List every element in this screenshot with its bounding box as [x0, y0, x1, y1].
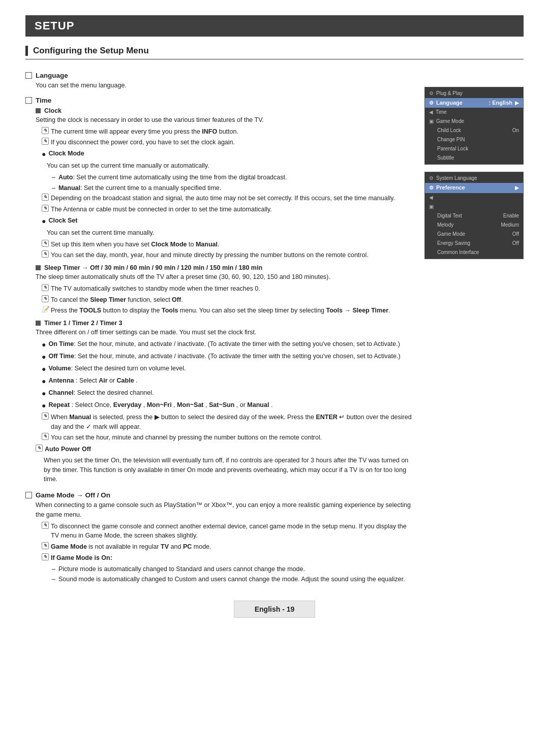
note-icon-2: ✎ [42, 138, 49, 145]
box-icon-1: ▣ [429, 118, 434, 125]
language-desc: You can set the menu language. [36, 81, 414, 90]
menu-row-language[interactable]: ⚙ Language : English ▶ [425, 98, 523, 108]
game-mode-note2: ✎ Game Mode is not available in regular … [42, 542, 414, 552]
menu-row-plug-play: ⚙ Plug & Play [425, 89, 523, 98]
game-mode-dash1: – Picture mode is automatically changed … [52, 564, 414, 574]
menu-row-game-mode-1[interactable]: ▣ Game Mode [425, 117, 523, 126]
menu-row-common-interface: Common Interface [425, 248, 523, 257]
gear-icon-3: ⚙ [429, 175, 434, 182]
footer-page-number: English - 19 [234, 601, 315, 618]
note-icon-4: ✎ [42, 205, 49, 212]
menu-row-subtitle: Subtitle [425, 153, 523, 163]
menu-row-digital-text: Digital Text Enable [425, 211, 523, 220]
sleep-timer-note1: ✎ The TV automatically switches to stand… [42, 284, 414, 294]
content-column: Language You can set the menu language. … [25, 67, 414, 585]
menu-box-1: ⚙ Plug & Play ⚙ Language : English ▶ ◀ T… [424, 87, 524, 165]
timer-ant-row: ● Antenna : Select Air or Cable . [42, 376, 414, 387]
game-mode-desc: When connecting to a game console such a… [36, 500, 414, 520]
sleep-timer-heading: Sleep Timer → Off / 30 min / 60 min / 90… [36, 264, 414, 271]
note-icon-3: ✎ [42, 194, 49, 201]
sleep-timer-note3: 📝 Press the TOOLS button to display the … [42, 306, 414, 316]
black-square-sleep [36, 265, 41, 270]
note-icon-9: 📝 [42, 306, 49, 313]
menu-row-energy-saving: Energy Saving Off [425, 239, 523, 248]
timer-repeat-row: ● Repeat : Select Once, Everyday , Mon~F… [42, 400, 414, 411]
timer-num-note: ✎ You can set the hour, minute and chann… [42, 433, 414, 443]
sleep-timer-desc: The sleep timer automatically shuts off … [36, 272, 414, 282]
checkbox-icon-time [25, 97, 32, 104]
language-heading: Language [25, 72, 414, 79]
arrow-right-icon-2: ▶ [515, 184, 519, 192]
menu-row-pref-box: ▣ [425, 202, 523, 211]
menu-row-parental-lock: Parental Lock [425, 144, 523, 153]
arrow-left-icon-1: ◀ [429, 109, 433, 116]
clock-manual-row: – Manual: Set the current time to a manu… [52, 183, 414, 193]
page-title: SETUP [25, 15, 524, 37]
timer-ch-row: ● Channel: Select the desired channel. [42, 388, 414, 399]
section-title-bar [25, 46, 28, 56]
menu-row-change-pin: Change PIN [425, 135, 523, 144]
box-icon-2: ▣ [429, 203, 434, 210]
timer-on-row: ● On Time: Set the hour, minute, and act… [42, 339, 414, 350]
note-icon-1: ✎ [42, 127, 49, 134]
black-square-clock [36, 108, 41, 113]
clock-auto-row: – Auto: Set the current time automatical… [52, 173, 414, 182]
menu-row-child-lock: Child Lock On [425, 126, 523, 135]
note-icon-7: ✎ [42, 284, 49, 291]
clock-set-note1: ✎ Set up this item when you have set Clo… [42, 240, 414, 249]
game-mode-note1: ✎ To disconnect the game console and con… [42, 522, 414, 541]
timer-heading: Timer 1 / Timer 2 / Timer 3 [36, 320, 414, 327]
menu-row-system-lang: ⚙ System Language [425, 174, 523, 183]
main-layout: Language You can set the menu language. … [25, 67, 524, 585]
section-title: Configuring the Setup Menu [25, 46, 524, 59]
clock-note1: ✎ The current time will appear every tim… [42, 127, 414, 137]
menu-row-preference[interactable]: ⚙ Preference ▶ [425, 183, 523, 193]
note-icon-8: ✎ [42, 295, 49, 302]
clock-set-note2: ✎ You can set the day, month, year, hour… [42, 250, 414, 260]
note-icon-13: ✎ [42, 522, 49, 529]
game-mode-dash2: – Sound mode is automatically changed to… [52, 575, 414, 584]
note-icon-14: ✎ [42, 542, 49, 549]
clock-set-desc: You can set the current time manually. [47, 228, 414, 238]
menu-row-pref-arrow: ◀ [425, 193, 523, 202]
auto-power-off-text: When you set the timer On, the televisio… [44, 456, 414, 484]
note-icon-12: ✎ [36, 445, 43, 452]
note-icon-5: ✎ [42, 240, 49, 247]
arrow-right-icon-1: ▶ [515, 100, 519, 107]
clock-set-heading: ● Clock Set [42, 216, 414, 227]
black-square-timer [36, 321, 41, 326]
clock-mode-heading: ● Clock Mode [42, 149, 414, 160]
clock-desc: Setting the clock is necessary in order … [36, 115, 414, 125]
game-mode-note3-label: ✎ If Game Mode is On: [42, 553, 414, 563]
gear-icon-2: ⚙ [429, 100, 434, 107]
sidebar-column: ⚙ Plug & Play ⚙ Language : English ▶ ◀ T… [424, 87, 524, 585]
gear-icon-4: ⚙ [429, 184, 434, 192]
clock-mode-note2: ✎ The Antenna or cable must be connected… [42, 205, 414, 214]
note-icon-6: ✎ [42, 250, 49, 258]
checkbox-icon-game [25, 492, 32, 498]
note-icon-11: ✎ [42, 433, 49, 440]
menu-row-melody: Melody Medium [425, 220, 523, 230]
time-heading: Time [25, 97, 414, 104]
timer-repeat-note: ✎ When Manual is selected, press the ▶ b… [42, 413, 414, 432]
note-icon-10: ✎ [42, 413, 49, 420]
menu-box-2: ⚙ System Language ⚙ Preference ▶ ◀ ▣ Dig… [424, 172, 524, 259]
game-mode-heading: Game Mode → Off / On [25, 491, 414, 499]
auto-power-off-label: ✎ Auto Power Off [36, 445, 414, 454]
checkbox-icon-language [25, 72, 32, 79]
clock-heading: Clock [36, 107, 414, 114]
menu-row-time[interactable]: ◀ Time [425, 108, 523, 117]
note-icon-15: ✎ [42, 553, 49, 560]
timer-desc: Three different on / off timer settings … [36, 328, 414, 337]
timer-off-row: ● Off Time: Set the hour, minute, and ac… [42, 352, 414, 362]
sleep-timer-note2: ✎ To cancel the Sleep Timer function, se… [42, 295, 414, 305]
clock-note2: ✎ If you disconnect the power cord, you … [42, 138, 414, 147]
timer-vol-row: ● Volume: Select the desired turn on vol… [42, 364, 414, 374]
clock-mode-note1: ✎ Depending on the broadcast station and… [42, 194, 414, 203]
gear-icon-1: ⚙ [429, 90, 434, 97]
arrow-left-icon-2: ◀ [429, 194, 433, 201]
clock-mode-desc: You can set up the current time manually… [47, 161, 414, 171]
menu-row-game-mode-2: Game Mode Off [425, 230, 523, 239]
